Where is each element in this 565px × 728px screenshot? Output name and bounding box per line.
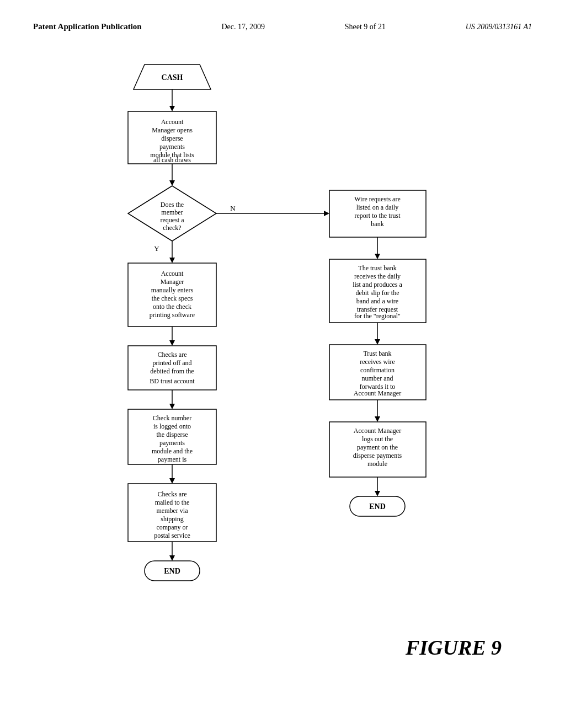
node3-text4: BD trust account [150,377,195,385]
arrowhead-4 [169,340,175,346]
node5-text4: shipping [161,515,183,523]
header-date: Dec. 17, 2009 [221,23,265,31]
node1-text2: Manager opens [152,126,193,134]
wire1-text1: Wire requests are [354,195,400,203]
node5-text5: company or [157,523,188,531]
node5-text2: mailed to the [155,499,190,506]
wire3-text1: Trust bank [363,350,391,357]
header: Patent Application Publication Dec. 17, … [33,22,532,31]
arrowhead-w3 [375,416,380,422]
yes-label: Y [154,244,159,253]
wire1-text2: listed on a daily [356,204,398,211]
arrowhead-no [324,211,329,216]
node2-text2: Manager [161,278,184,286]
node5-text3: member via [157,507,189,515]
wire1-text3: report to the trust [355,212,401,220]
diamond1-text2: member [161,208,183,216]
node2-text6: printing software [150,311,195,319]
node2-text4: the check specs [152,295,193,302]
node1-text: Account [161,118,184,126]
arrowhead-5 [169,404,175,409]
diagram-svg: CASH Account Manager opens disperse paym… [34,48,531,693]
wire2-text3: list and produces a [353,281,402,288]
node5-text6: postal service [154,532,190,539]
header-patent: US 2009/0313161 A1 [466,23,532,31]
flowchart: CASH Account Manager opens disperse paym… [33,48,532,693]
wire4-text2: logs out the [362,435,393,443]
arrowhead-1 [169,106,175,111]
wire1-text4: bank [371,220,383,228]
wire4-text1: Account Manager [354,427,401,435]
node2-text1: Account [161,270,184,277]
diamond1-text4: check? [163,224,181,232]
node4-text4: payments [159,439,185,447]
cash-label: CASH [162,73,183,82]
node4-text2: is logged onto [153,422,191,430]
arrowhead-w1 [375,254,380,259]
patent-title: Patent Application Publication [33,22,142,31]
node4-text6: payment is [158,456,187,463]
wire3-text6: Account Manager [354,389,401,397]
node4-text1: Check number [153,414,191,422]
diamond1-text3: request a [161,216,185,224]
node1-text4: payments [159,143,185,151]
node2-text3: manually enters [151,286,194,294]
wire2-text2: receives the daily [354,272,401,280]
end1-label: END [164,567,180,575]
node3-text1: Checks are [158,351,187,358]
node3-text3: debited from the [150,367,194,375]
header-sheet: Sheet 9 of 21 [345,23,386,31]
arrowhead-7 [169,555,175,561]
node1-text3: disperse [161,135,183,142]
arrowhead-2 [169,180,175,186]
node1-text5b: all cash draws [153,156,191,164]
arrowhead-w4 [375,491,380,496]
node5-text1: Checks are [158,490,187,498]
arrowhead-6 [169,478,175,484]
node4-text3: the disperse [157,431,188,438]
node3-text2: printed off and [152,359,191,367]
end2-label: END [369,502,386,511]
wire3-text2: receives wire [360,358,395,366]
arrowhead-w2 [375,339,380,345]
node4-text5: module and the [152,447,193,455]
page: Patent Application Publication Dec. 17, … [0,0,565,728]
diamond1-text1: Does the [161,201,184,208]
no-label: N [230,204,236,212]
wire4-text3: payment on the [357,443,398,451]
wire2-text4: debit slip for the [356,289,399,297]
wire2-text1: The trust bank [358,264,396,272]
wire4-text5: module [367,460,387,468]
wire3-text3: confirmation [360,366,395,374]
node2-text5: onto the check [153,303,191,311]
wire4-text4: disperse payments [353,452,402,459]
figure-label: FIGURE 9 [405,636,502,659]
wire2-text5: band and a wire [356,297,398,305]
arrowhead-3 [169,258,175,263]
wire3-text4: number and [362,374,393,382]
wire2-text6b: for the "regional" [354,312,401,320]
